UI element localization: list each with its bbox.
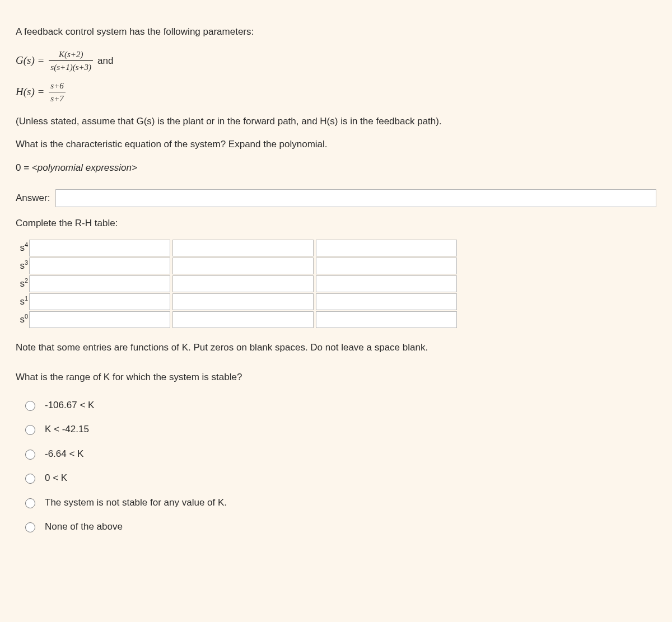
rh-s0-c2[interactable] [172, 311, 314, 328]
option-2[interactable]: K < -42.15 [22, 422, 656, 437]
option-1-label: -106.67 < K [45, 398, 94, 413]
rh-title: Complete the R-H table: [16, 216, 656, 231]
rh-label-s2: s2 [16, 276, 28, 291]
option-4-label: 0 < K [45, 471, 67, 485]
option-6-radio[interactable] [25, 522, 35, 532]
rh-s3-c1[interactable] [29, 258, 170, 274]
h-numerator: s+6 [49, 79, 65, 92]
rh-s1-c1[interactable] [29, 293, 170, 310]
question-characteristic: What is the characteristic equation of t… [16, 137, 656, 152]
g-fraction: K(s+2) s(s+1)(s+3) [49, 48, 93, 74]
rh-s4-c1[interactable] [29, 240, 170, 256]
option-6-label: None of the above [45, 520, 123, 534]
option-5-radio[interactable] [25, 498, 35, 508]
g-tail: and [97, 54, 113, 68]
option-2-radio[interactable] [25, 425, 35, 435]
option-2-label: K < -42.15 [45, 422, 89, 437]
g-lhs: G(s) = [16, 53, 44, 69]
rh-label-s1: s1 [16, 294, 28, 308]
option-4[interactable]: 0 < K [22, 471, 656, 485]
rh-s3-c2[interactable] [172, 258, 314, 274]
option-6[interactable]: None of the above [22, 520, 656, 534]
option-5-label: The system is not stable for any value o… [45, 495, 227, 510]
rh-label-s3: s3 [16, 258, 28, 273]
rh-s3-c3[interactable] [316, 258, 457, 274]
rh-label-s0: s0 [16, 312, 28, 326]
rh-s1-c2[interactable] [172, 293, 314, 310]
rh-row-s3: s3 [16, 258, 656, 274]
rh-s1-c3[interactable] [316, 293, 457, 310]
option-1-radio[interactable] [25, 401, 35, 411]
h-denominator: s+7 [49, 92, 65, 105]
path-note: (Unless stated, assume that G(s) is the … [16, 114, 656, 129]
rh-table: s4 s3 s2 s1 s0 [16, 240, 656, 328]
equation-g: G(s) = K(s+2) s(s+1)(s+3) and [16, 48, 656, 74]
rh-s4-c2[interactable] [172, 240, 314, 256]
option-1[interactable]: -106.67 < K [22, 398, 656, 413]
option-5[interactable]: The system is not stable for any value o… [22, 495, 656, 510]
rh-row-s2: s2 [16, 275, 656, 292]
g-numerator: K(s+2) [57, 48, 85, 61]
rh-s4-c3[interactable] [316, 240, 457, 256]
g-denominator: s(s+1)(s+3) [49, 60, 93, 74]
intro-text: A feedback control system has the follow… [16, 25, 656, 39]
rh-label-s4: s4 [16, 240, 28, 255]
answer-input[interactable] [55, 189, 656, 207]
option-4-radio[interactable] [25, 474, 35, 484]
option-3-label: -6.64 < K [45, 447, 83, 461]
h-fraction: s+6 s+7 [49, 79, 65, 105]
rh-note: Note that some entries are functions of … [16, 340, 656, 355]
h-lhs: H(s) = [16, 84, 44, 100]
rh-row-s1: s1 [16, 293, 656, 310]
rh-row-s4: s4 [16, 240, 656, 256]
rh-s2-c3[interactable] [316, 275, 457, 292]
answer-label: Answer: [16, 191, 50, 205]
equation-form: 0 = <polynomial expression> [16, 161, 656, 175]
question-range: What is the range of K for which the sys… [16, 370, 656, 385]
rh-s2-c1[interactable] [29, 275, 170, 292]
rh-row-s0: s0 [16, 311, 656, 328]
options-group: -106.67 < K K < -42.15 -6.64 < K 0 < K T… [16, 398, 656, 534]
option-3[interactable]: -6.64 < K [22, 447, 656, 461]
equation-h: H(s) = s+6 s+7 [16, 79, 656, 105]
rh-s2-c2[interactable] [172, 275, 314, 292]
rh-s0-c3[interactable] [316, 311, 457, 328]
rh-s0-c1[interactable] [29, 311, 170, 328]
option-3-radio[interactable] [25, 450, 35, 460]
